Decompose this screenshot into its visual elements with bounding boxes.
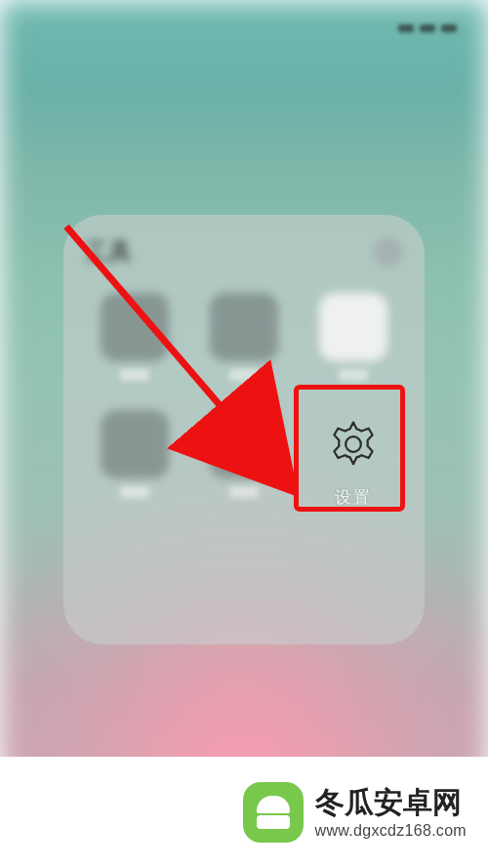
watermark-url: www.dgxcdz168.com (315, 821, 467, 841)
svg-line-2 (66, 227, 281, 476)
watermark-footer: 冬瓜安卓网 www.dgxcdz168.com (0, 757, 488, 868)
android-icon (243, 782, 304, 843)
annotation-arrow (0, 0, 488, 868)
watermark-brand: 冬瓜安卓网 (315, 784, 467, 821)
